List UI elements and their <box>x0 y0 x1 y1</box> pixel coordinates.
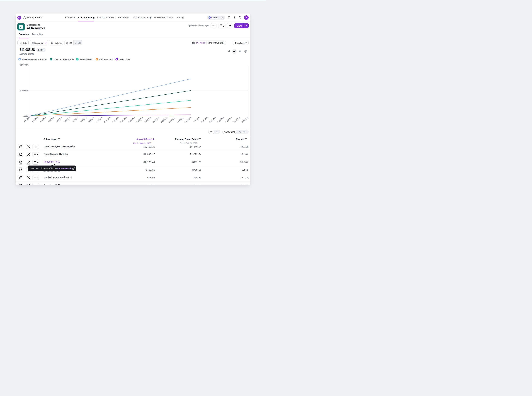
svg-text:3/22/2025: 3/22/2025 <box>192 116 200 123</box>
svg-text:3/3/2025: 3/3/2025 <box>40 116 46 123</box>
svg-text:$1,500.00: $1,500.00 <box>20 89 29 92</box>
svg-text:3/8/2025: 3/8/2025 <box>80 116 87 123</box>
svg-text:3/12/2025: 3/12/2025 <box>111 116 119 123</box>
svg-text:3/16/2025: 3/16/2025 <box>144 116 151 123</box>
svg-text:3/26/2025: 3/26/2025 <box>225 116 232 123</box>
svg-text:3/10/2025: 3/10/2025 <box>95 116 103 123</box>
svg-text:3/7/2025: 3/7/2025 <box>72 116 79 123</box>
svg-text:3/9/2025: 3/9/2025 <box>88 116 95 123</box>
svg-text:3/20/2025: 3/20/2025 <box>176 116 184 123</box>
svg-text:$0.00: $0.00 <box>23 115 29 117</box>
svg-text:3/4/2025: 3/4/2025 <box>47 116 55 123</box>
svg-text:3/17/2025: 3/17/2025 <box>152 116 160 123</box>
svg-text:3/15/2025: 3/15/2025 <box>136 116 143 123</box>
svg-text:3/21/2025: 3/21/2025 <box>184 116 192 123</box>
svg-text:3/11/2025: 3/11/2025 <box>104 116 111 123</box>
svg-text:3/6/2025: 3/6/2025 <box>64 116 71 123</box>
svg-text:3/18/2025: 3/18/2025 <box>160 116 168 123</box>
svg-text:3/1/2025: 3/1/2025 <box>23 116 30 123</box>
svg-text:$3,000.00: $3,000.00 <box>20 64 29 66</box>
svg-text:3/5/2025: 3/5/2025 <box>56 116 63 123</box>
svg-text:3/23/2025: 3/23/2025 <box>200 116 208 123</box>
svg-text:3/27/2025: 3/27/2025 <box>233 116 241 123</box>
svg-text:3/25/2025: 3/25/2025 <box>217 116 224 123</box>
svg-text:3/24/2025: 3/24/2025 <box>208 116 216 123</box>
svg-text:3/2/2025: 3/2/2025 <box>31 116 38 123</box>
svg-text:3/28/2025: 3/28/2025 <box>241 116 249 123</box>
svg-text:3/13/2025: 3/13/2025 <box>120 116 127 123</box>
svg-text:3/14/2025: 3/14/2025 <box>127 116 135 123</box>
svg-text:3/19/2025: 3/19/2025 <box>168 116 176 123</box>
